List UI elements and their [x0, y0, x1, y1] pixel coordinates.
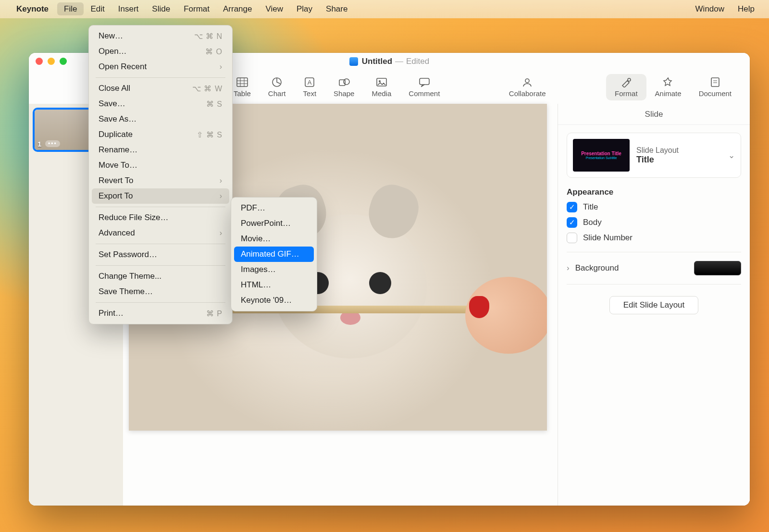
- menu-item-move-to[interactable]: Move To…: [92, 158, 229, 173]
- menu-item-open[interactable]: Open…⌘ O: [92, 44, 229, 59]
- export-item-html[interactable]: HTML…: [234, 277, 314, 293]
- toolbar-format-button[interactable]: Format: [606, 74, 646, 100]
- document-edited-label: Edited: [406, 57, 429, 66]
- inspector: Slide Presentation Title Presentation Su…: [558, 104, 750, 506]
- toolbar-media-button[interactable]: Media: [363, 74, 400, 100]
- toolbar-shape-label: Shape: [334, 89, 354, 98]
- zoom-window-button[interactable]: [60, 58, 67, 65]
- toolbar-document-button[interactable]: Document: [690, 74, 740, 100]
- shape-icon: [338, 77, 350, 87]
- document-title[interactable]: Untitled: [362, 57, 392, 66]
- menubar-item-edit[interactable]: Edit: [84, 2, 111, 15]
- toolbar-collaborate-button[interactable]: Collaborate: [500, 74, 555, 100]
- toolbar-animate-button[interactable]: Animate: [646, 74, 690, 100]
- menubar-item-view[interactable]: View: [259, 2, 290, 15]
- menubar-item-insert[interactable]: Insert: [112, 2, 146, 15]
- export-to-submenu: PDF…PowerPoint…Movie…Animated GIF…Images…: [231, 197, 317, 311]
- export-item-powerpoint[interactable]: PowerPoint…: [234, 216, 314, 231]
- menubar-item-window[interactable]: Window: [689, 2, 731, 15]
- menubar-item-arrange[interactable]: Arrange: [216, 2, 259, 15]
- text-icon: A: [303, 77, 316, 87]
- menubar-item-play[interactable]: Play: [290, 2, 319, 15]
- export-item-animated-gif[interactable]: Animated GIF…: [234, 247, 314, 262]
- menu-item-export-to[interactable]: Export To›: [92, 188, 229, 204]
- svg-rect-21: [711, 78, 719, 87]
- svg-point-15: [344, 79, 349, 85]
- menu-item-close-all[interactable]: Close All⌥ ⌘ W: [92, 81, 229, 96]
- toolbar-document-label: Document: [699, 89, 732, 98]
- close-window-button[interactable]: [36, 58, 43, 65]
- background-color-swatch[interactable]: [694, 261, 741, 275]
- svg-rect-18: [420, 78, 429, 85]
- slide-layout-picker[interactable]: Presentation Title Presentation Subtitle…: [567, 133, 741, 178]
- toolbar-media-label: Media: [372, 89, 391, 98]
- slide-number-label: 1: [37, 140, 41, 148]
- menu-item-reduce-file-size[interactable]: Reduce File Size…: [92, 210, 229, 225]
- format-icon: [620, 77, 633, 87]
- toolbar-table-label: Table: [234, 89, 251, 98]
- checkbox-label: Body: [583, 218, 602, 227]
- minimize-window-button[interactable]: [48, 58, 55, 65]
- toolbar-animate-label: Animate: [655, 89, 682, 98]
- appearance-slide-number-checkbox[interactable]: Slide Number: [567, 233, 741, 243]
- menubar-item-format[interactable]: Format: [177, 2, 216, 15]
- checkbox-icon: ✓: [567, 217, 577, 228]
- menu-item-save-as[interactable]: Save As…: [92, 111, 229, 127]
- export-item-pdf[interactable]: PDF…: [234, 200, 314, 216]
- svg-point-17: [379, 80, 381, 82]
- table-icon: [236, 77, 248, 87]
- menu-item-save[interactable]: Save…⌘ S: [92, 96, 229, 111]
- menu-item-duplicate[interactable]: Duplicate⇧ ⌘ S: [92, 127, 229, 142]
- checkbox-icon: [567, 233, 577, 243]
- toolbar-text-button[interactable]: AText: [295, 74, 325, 100]
- appearance-body-checkbox[interactable]: ✓Body: [567, 217, 741, 228]
- appearance-section-title: Appearance: [567, 187, 741, 197]
- menubar-item-help[interactable]: Help: [731, 2, 761, 15]
- svg-rect-6: [237, 78, 248, 87]
- menu-item-open-recent[interactable]: Open Recent›: [92, 59, 229, 74]
- chevron-right-icon: ›: [220, 176, 223, 185]
- background-row[interactable]: › Background: [567, 261, 741, 275]
- toolbar-format-label: Format: [615, 89, 638, 98]
- menu-item-print[interactable]: Print…⌘ P: [92, 306, 229, 321]
- document-icon: [709, 77, 721, 87]
- animate-icon: [662, 77, 674, 87]
- chevron-right-icon: ›: [220, 192, 223, 200]
- menubar-item-slide[interactable]: Slide: [145, 2, 177, 15]
- checkbox-label: Slide Number: [583, 233, 633, 243]
- menubar-item-share[interactable]: Share: [319, 2, 354, 15]
- chevron-right-icon: ›: [220, 62, 223, 71]
- menu-item-change-theme[interactable]: Change Theme...: [92, 269, 229, 284]
- toolbar-chart-label: Chart: [268, 89, 286, 98]
- svg-text:A: A: [308, 79, 312, 86]
- chevron-right-icon: ›: [220, 229, 223, 237]
- slide-layout-thumbnail: Presentation Title Presentation Subtitle: [573, 139, 630, 172]
- export-item-images[interactable]: Images…: [234, 262, 314, 277]
- inspector-tab-slide[interactable]: Slide: [558, 104, 750, 125]
- slide-thumbnail-menu-icon[interactable]: •••: [45, 140, 60, 147]
- svg-point-19: [525, 79, 529, 83]
- window-controls: [36, 58, 67, 65]
- svg-point-20: [628, 78, 631, 81]
- slide-layout-name: Title: [636, 155, 679, 165]
- menubar-item-file[interactable]: File: [57, 2, 84, 15]
- edit-slide-layout-button[interactable]: Edit Slide Layout: [609, 296, 699, 314]
- appearance-title-checkbox[interactable]: ✓Title: [567, 202, 741, 212]
- menu-item-advanced[interactable]: Advanced›: [92, 225, 229, 241]
- toolbar-comment-button[interactable]: Comment: [400, 74, 448, 100]
- toolbar-shape-button[interactable]: Shape: [325, 74, 363, 100]
- export-item-keynote-09[interactable]: Keynote '09…: [234, 293, 314, 308]
- menu-item-set-password[interactable]: Set Password…: [92, 247, 229, 262]
- toolbar-collaborate-label: Collaborate: [509, 89, 546, 98]
- toolbar-chart-button[interactable]: Chart: [260, 74, 295, 100]
- menu-item-rename[interactable]: Rename…: [92, 142, 229, 158]
- checkbox-label: Title: [583, 202, 598, 212]
- chart-icon: [271, 77, 283, 87]
- menu-item-new[interactable]: New…⌥ ⌘ N: [92, 28, 229, 44]
- export-item-movie[interactable]: Movie…: [234, 231, 314, 247]
- menu-item-save-theme[interactable]: Save Theme…: [92, 284, 229, 299]
- menu-item-revert-to[interactable]: Revert To›: [92, 173, 229, 188]
- menubar: Keynote FileEditInsertSlideFormatArrange…: [0, 0, 769, 18]
- app-name[interactable]: Keynote: [16, 4, 49, 14]
- toolbar-text-label: Text: [303, 89, 317, 98]
